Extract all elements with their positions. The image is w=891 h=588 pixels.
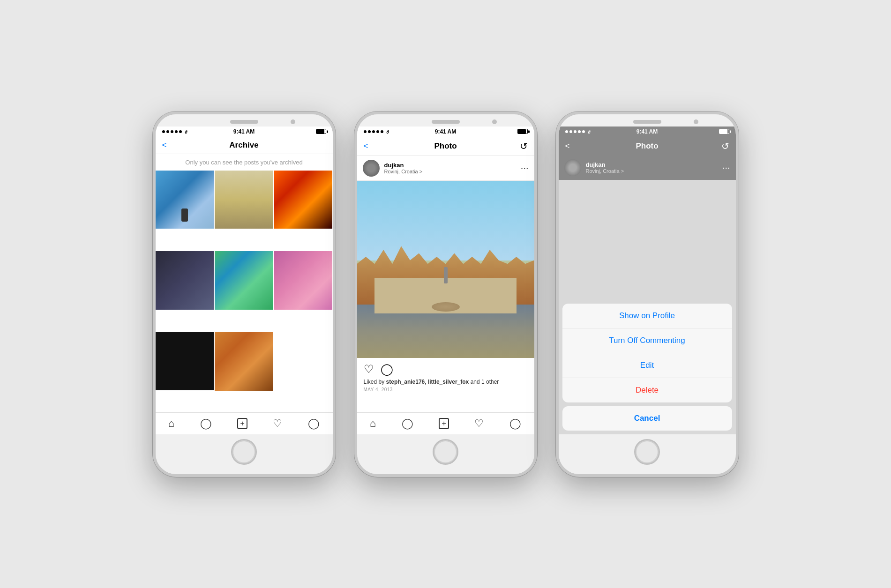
photo-grid [156, 171, 333, 412]
phone-bottom-1 [156, 434, 333, 474]
post-header-2: dujkan Rovinj, Croatia > ··· [357, 156, 534, 181]
back-button-archive[interactable]: < [162, 141, 167, 150]
comment-button-2[interactable]: ◯ [381, 363, 393, 376]
post-header-3: dujkan Rovinj, Croatia > ··· [559, 156, 736, 180]
grid-item-7[interactable] [156, 332, 214, 391]
battery-area-1 [316, 129, 326, 134]
phone-bottom-2 [357, 434, 534, 474]
status-time-3: 9:41 AM [636, 128, 658, 135]
camera-1 [291, 119, 295, 124]
nav-title-archive: Archive [229, 141, 258, 150]
like-button-2[interactable]: ♡ [364, 363, 374, 376]
signal-dot-1 [162, 130, 165, 133]
search-tab-2[interactable]: ◯ [402, 417, 413, 430]
status-bar-2: ∂ 9:41 AM [357, 127, 534, 137]
signal-area-3: ∂ [565, 129, 591, 134]
bottom-nav-archive: ⌂ ◯ + ♡ ◯ [156, 412, 333, 434]
status-time-2: 9:41 AM [435, 128, 457, 135]
profile-tab-2[interactable]: ◯ [509, 417, 521, 430]
speaker-1 [230, 120, 258, 124]
action-edit[interactable]: Edit [562, 353, 732, 378]
grid-item-9 [274, 332, 333, 391]
signal-dot-5 [179, 130, 182, 133]
refresh-button-photo[interactable]: ↺ [520, 141, 528, 152]
grid-item-8[interactable] [215, 332, 273, 391]
archive-subtitle: Only you can see the posts you've archiv… [156, 154, 333, 171]
battery-icon-3 [719, 129, 729, 134]
battery-icon-2 [517, 129, 528, 134]
grid-item-1[interactable] [156, 171, 214, 229]
battery-area-3 [719, 129, 729, 134]
grid-item-5[interactable] [215, 251, 273, 310]
phone-top-2 [357, 114, 534, 127]
search-tab-1[interactable]: ◯ [200, 417, 212, 430]
scene-sky-2 [357, 181, 534, 261]
likes-tab-1[interactable]: ♡ [273, 417, 282, 430]
signal-area-2: ∂ [364, 129, 389, 134]
screen-photo-detail: ∂ 9:41 AM < Photo ↺ dujkan Rovinj, Croat… [357, 127, 534, 434]
home-button-1[interactable] [231, 439, 257, 465]
grid-item-6[interactable] [274, 251, 333, 310]
nav-title-action-sheet: Photo [636, 141, 658, 151]
action-delete[interactable]: Delete [562, 378, 732, 402]
signal-area-1: ∂ [162, 129, 187, 134]
home-tab-1[interactable]: ⌂ [168, 417, 174, 430]
post-user-info-2: dujkan Rovinj, Croatia > [384, 162, 521, 174]
status-bar-1: ∂ 9:41 AM [156, 127, 333, 137]
action-sheet: Show on Profile Turn Off Commenting Edit… [559, 300, 736, 434]
phone-archive: ∂ 9:41 AM < Archive Only you can see the… [153, 112, 336, 477]
photo-with-overlay-3: Show on Profile Turn Off Commenting Edit… [559, 180, 736, 434]
speaker-3 [633, 120, 661, 124]
post-location-2[interactable]: Rovinj, Croatia > [384, 169, 521, 174]
battery-area-2 [517, 129, 528, 134]
home-button-3[interactable] [634, 439, 660, 465]
nav-bar-photo: < Photo ↺ [357, 137, 534, 156]
add-tab-2[interactable]: + [439, 418, 449, 429]
screen-action-sheet: ∂ 9:41 AM < Photo ↺ dujkan Rovinj, Croat… [559, 127, 736, 434]
signal-dot-4 [175, 130, 178, 133]
camera-2 [492, 119, 497, 124]
profile-tab-1[interactable]: ◯ [308, 417, 320, 430]
scene-statue-2 [444, 267, 448, 283]
post-image-2 [357, 181, 534, 358]
avatar-3 [564, 159, 581, 176]
nav-title-photo: Photo [434, 141, 457, 151]
post-more-button-2[interactable]: ··· [521, 163, 529, 173]
likes-tab-2[interactable]: ♡ [474, 417, 484, 430]
post-username-3: dujkan [586, 161, 722, 168]
home-button-2[interactable] [433, 439, 458, 465]
grid-item-3[interactable] [274, 171, 333, 229]
grid-item-2[interactable] [215, 171, 273, 229]
post-more-button-3[interactable]: ··· [722, 162, 730, 173]
post-location-3[interactable]: Rovinj, Croatia > [586, 168, 722, 174]
screen-archive: ∂ 9:41 AM < Archive Only you can see the… [156, 127, 333, 434]
avatar-2 [363, 160, 380, 177]
action-sheet-group: Show on Profile Turn Off Commenting Edit… [562, 304, 732, 402]
liked-by-suffix-2: and 1 other [469, 379, 499, 385]
action-show-on-profile[interactable]: Show on Profile [562, 304, 732, 328]
phone-top-1 [156, 114, 333, 127]
action-turn-off-commenting[interactable]: Turn Off Commenting [562, 328, 732, 353]
nav-bar-archive: < Archive [156, 137, 333, 154]
signal-dot-2 [166, 130, 169, 133]
action-cancel[interactable]: Cancel [562, 406, 732, 431]
grid-item-4[interactable] [156, 251, 214, 310]
nav-bar-action-sheet: < Photo ↺ [559, 137, 736, 156]
back-button-action-sheet[interactable]: < [565, 141, 570, 151]
battery-fill-1 [316, 129, 324, 134]
battery-icon-1 [316, 129, 326, 134]
person-silhouette [181, 208, 188, 222]
post-actions-2: ♡ ◯ [357, 358, 534, 379]
liked-by-users-2: steph_anie176, little_silver_fox [386, 379, 469, 385]
add-tab-1[interactable]: + [237, 418, 247, 429]
phone-photo-detail: ∂ 9:41 AM < Photo ↺ dujkan Rovinj, Croat… [354, 112, 537, 477]
phone-bottom-3 [559, 434, 736, 474]
liked-by-2: Liked by steph_anie176, little_silver_fo… [357, 379, 534, 387]
back-button-photo[interactable]: < [364, 141, 368, 151]
refresh-button-action-sheet[interactable]: ↺ [721, 141, 729, 152]
status-time-1: 9:41 AM [233, 128, 255, 135]
post-date-2: MAY 4, 2013 [357, 387, 534, 396]
home-tab-2[interactable]: ⌂ [370, 417, 376, 430]
liked-by-prefix-2: Liked by [364, 379, 386, 385]
phone-action-sheet: ∂ 9:41 AM < Photo ↺ dujkan Rovinj, Croat… [556, 112, 739, 477]
